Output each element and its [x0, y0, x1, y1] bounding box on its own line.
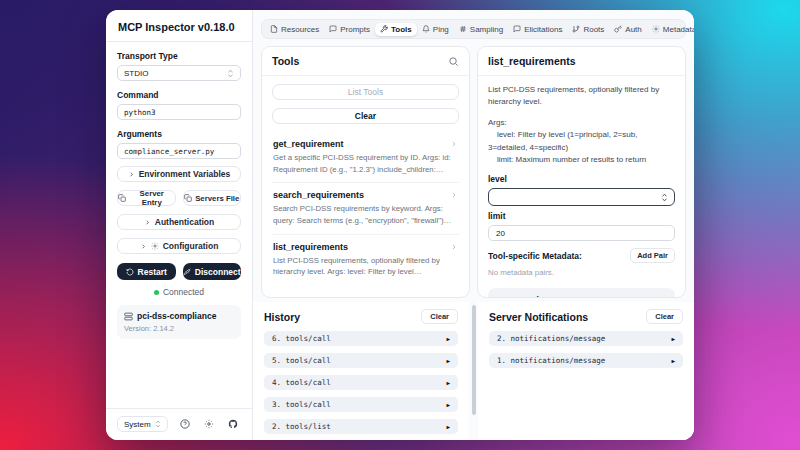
tool-item-list-requirements[interactable]: list_requirements List PCI-DSS requireme… [272, 235, 459, 285]
clear-notifications-button[interactable]: Clear [646, 309, 683, 324]
tab-label: Ping [433, 25, 449, 34]
notification-item-label: 2. notifications/message [497, 334, 605, 343]
history-item-label: 6. tools/call [272, 334, 331, 343]
tool-args-text: Args: level: Filter by level (1=principa… [488, 117, 675, 167]
configuration-label: Configuration [163, 241, 219, 251]
tool-detail-panel: list_requirements List PCI-DSS requireme… [477, 46, 686, 298]
metadata-empty-text: No metadata pairs. [488, 268, 675, 277]
expand-arrow-icon: ▶ [446, 357, 450, 364]
tab-roots[interactable]: Roots [567, 23, 609, 36]
chevron-right-icon [140, 243, 147, 250]
notification-item-label: 1. notifications/message [497, 356, 605, 365]
arguments-input[interactable] [124, 147, 234, 156]
add-pair-button[interactable]: Add Pair [630, 248, 675, 263]
chevron-right-icon [144, 219, 151, 226]
disconnect-button[interactable]: Disconnect [183, 263, 242, 280]
select-stepper-icon [155, 420, 161, 428]
tab-elicitations[interactable]: Elicitations [508, 23, 567, 36]
server-version: Version: 2.14.2 [124, 324, 234, 333]
history-item[interactable]: 4. tools/call ▶ [264, 375, 458, 390]
server-notifications-panel: Server Notifications Clear 2. notificati… [478, 302, 694, 440]
gear-icon [151, 242, 159, 250]
transport-type-value: STDIO [124, 69, 148, 78]
tab-label: Elicitations [524, 25, 562, 34]
metadata-label: Tool-specific Metadata: [488, 251, 582, 261]
tool-name: list_requirements [273, 242, 348, 252]
bell-icon [422, 25, 430, 33]
tool-description: Get a specific PCI-DSS requirement by ID… [273, 152, 458, 175]
tab-label: Prompts [340, 25, 370, 34]
mcp-inspector-window: MCP Inspector v0.18.0 Transport Type STD… [106, 10, 694, 440]
tab-ping[interactable]: Ping [417, 23, 454, 36]
notification-item[interactable]: 2. notifications/message ▶ [489, 331, 683, 346]
tab-resources[interactable]: Resources [265, 23, 324, 36]
tab-metadata[interactable]: Metadata [647, 23, 694, 36]
theme-select[interactable]: System [117, 416, 168, 432]
chevron-right-icon [128, 171, 135, 178]
tab-label: Sampling [470, 25, 503, 34]
command-label: Command [117, 90, 241, 100]
history-item[interactable]: 2. tools/list ▶ [264, 419, 458, 434]
tool-name: search_requirements [273, 190, 364, 200]
expand-arrow-icon: ▶ [671, 335, 675, 342]
tab-label: Roots [583, 25, 604, 34]
tools-panel-title: Tools [272, 55, 299, 67]
main-area: Resources Prompts Tools Ping Sampling El… [253, 10, 694, 440]
tab-tools[interactable]: Tools [375, 23, 417, 36]
command-input[interactable] [124, 108, 234, 117]
limit-input[interactable] [496, 229, 667, 238]
tab-bar: Resources Prompts Tools Ping Sampling El… [261, 19, 686, 39]
expand-arrow-icon: ▶ [446, 379, 450, 386]
output-schema-section: Output Schema: Expand { [488, 288, 675, 297]
notification-item[interactable]: 1. notifications/message ▶ [489, 353, 683, 368]
level-select[interactable] [488, 188, 675, 206]
tool-item-search-requirements[interactable]: search_requirements Search PCI-DSS requi… [272, 183, 459, 234]
tool-item-get-requirement[interactable]: get_requirement Get a specific PCI-DSS r… [272, 132, 459, 183]
list-tools-button[interactable]: List Tools [272, 84, 459, 100]
chevron-right-icon [450, 191, 458, 199]
tab-sampling[interactable]: Sampling [454, 23, 508, 36]
tools-panel: Tools List Tools Clear get_requirement G… [261, 46, 470, 298]
history-item[interactable]: 5. tools/call ▶ [264, 353, 458, 368]
sidebar: MCP Inspector v0.18.0 Transport Type STD… [106, 10, 253, 440]
history-item[interactable]: 3. tools/call ▶ [264, 397, 458, 412]
tab-prompts[interactable]: Prompts [324, 23, 375, 36]
tool-description: Search PCI-DSS requirements by keyword. … [273, 203, 458, 226]
tab-label: Tools [391, 25, 412, 34]
tab-auth[interactable]: Auth [609, 23, 646, 36]
github-icon[interactable] [228, 419, 238, 429]
file-icon [270, 25, 278, 33]
clear-tools-button[interactable]: Clear [272, 108, 459, 124]
restart-button[interactable]: Restart [117, 263, 176, 280]
arguments-field[interactable] [117, 143, 241, 159]
environment-variables-button[interactable]: Environment Variables [117, 166, 241, 182]
servers-file-button[interactable]: Servers File [183, 190, 242, 206]
configuration-button[interactable]: Configuration [117, 238, 241, 254]
expand-schema-link[interactable]: Expand [632, 296, 667, 297]
transport-type-select[interactable]: STDIO [117, 65, 241, 81]
settings-icon[interactable] [204, 419, 214, 429]
history-item-label: 3. tools/call [272, 400, 331, 409]
search-icon[interactable] [448, 56, 459, 67]
command-field[interactable] [117, 104, 241, 120]
tab-label: Resources [281, 25, 319, 34]
limit-field[interactable] [488, 225, 675, 241]
server-info-card: pci-dss-compliance Version: 2.14.2 [117, 305, 241, 339]
expand-arrow-icon: ▶ [671, 357, 675, 364]
message-icon [329, 25, 337, 33]
connection-status-label: Connected [163, 287, 204, 297]
tool-detail-description: List PCI-DSS requirements, optionally fi… [488, 84, 675, 109]
server-file-buttons: Server Entry Servers File [117, 190, 241, 206]
connected-dot-icon [154, 290, 159, 295]
server-icon [124, 312, 133, 321]
help-icon[interactable] [180, 419, 190, 429]
servers-file-label: Servers File [195, 194, 239, 203]
server-entry-button[interactable]: Server Entry [117, 190, 176, 206]
output-schema-label: Output Schema: [496, 295, 562, 297]
clear-history-button[interactable]: Clear [421, 309, 458, 324]
history-item[interactable]: 6. tools/call ▶ [264, 331, 458, 346]
copy-icon [118, 194, 126, 202]
authentication-button[interactable]: Authentication [117, 214, 241, 230]
sidebar-spacer [117, 339, 241, 408]
scrollbar[interactable] [472, 305, 476, 415]
